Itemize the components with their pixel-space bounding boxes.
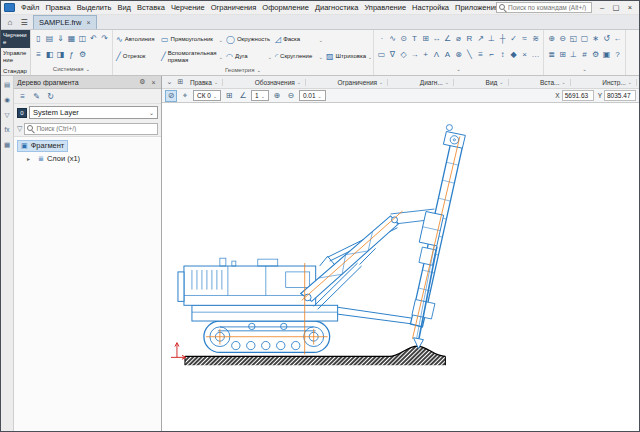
arc-tool[interactable]: ◠Дуга⌄ [225, 48, 273, 65]
tree-node-1[interactable]: ▸≣Слои (х1) [14, 152, 161, 165]
grid-icon[interactable]: ⊞ [557, 47, 568, 62]
point-icon[interactable]: ∙ [376, 31, 387, 46]
axis-icon[interactable]: + [420, 47, 431, 62]
canvas-tab-1[interactable]: Обозначения⌄ [251, 79, 306, 86]
redo-icon[interactable]: ↷ [99, 31, 110, 46]
fillet-tool[interactable]: ◜Скругление⌄ [274, 48, 324, 65]
auxiliary-line-tool[interactable]: ╱Вспомогательная прямая⌄ [160, 48, 224, 65]
menu-item-9[interactable]: Управление [361, 3, 409, 12]
tolerance-frame-icon[interactable]: ▭ [376, 47, 387, 62]
home-icon[interactable]: ⌂ [3, 16, 17, 29]
menu-item-11[interactable]: Приложения [452, 3, 496, 12]
canvas-tab-0[interactable]: Правка⌄ [186, 79, 223, 86]
menu-item-7[interactable]: Оформление [259, 3, 312, 12]
print-icon[interactable]: ▦ [66, 31, 77, 46]
save-icon[interactable]: ⇓ [55, 31, 66, 46]
preview-icon[interactable]: ◫ [77, 31, 88, 46]
menu-item-2[interactable]: Выделить [74, 3, 115, 12]
canvas-tab-5[interactable]: Вста...⌄ [536, 79, 571, 86]
app-logo-icon[interactable] [4, 3, 15, 12]
leader-icon[interactable]: ↗ [475, 31, 486, 46]
fit-icon[interactable]: ▣ [601, 47, 612, 62]
maximize-button[interactable]: ▢ [609, 2, 623, 14]
datum-icon[interactable]: ⊥ [486, 31, 497, 46]
canvas-tab-2[interactable]: Ограничения⌄ [333, 79, 388, 86]
ribbon-group-geometry-label[interactable]: Геометрия ⌄ [115, 65, 371, 75]
document-tab[interactable]: SAMPLE.frw × [33, 15, 97, 29]
zoom-out-icon[interactable]: ⊖ [285, 90, 297, 102]
ellipse-icon[interactable]: ⊙ [398, 31, 409, 46]
section-view-icon[interactable]: A [442, 47, 453, 62]
undo-icon[interactable]: ↶ [88, 31, 99, 46]
rectangle-tool[interactable]: ▭Прямоугольник⌄ [160, 31, 224, 48]
circle-tool[interactable]: ◯Окружность⌄ [225, 31, 273, 48]
settings-icon[interactable]: ⚙ [77, 47, 88, 62]
canvas-tab-3[interactable]: Диагн...⌄ [416, 79, 454, 86]
roughness-icon[interactable]: ✓ [508, 31, 519, 46]
help-icon[interactable]: ? [612, 47, 623, 62]
table-icon[interactable]: ⊞ [420, 31, 431, 46]
panel-settings-icon[interactable]: ⚙ [138, 78, 147, 86]
menu-item-3[interactable]: Вид [114, 3, 134, 12]
polygon-icon[interactable]: ◆ [508, 47, 519, 62]
scale-select[interactable]: 1 ⌄ [251, 90, 269, 101]
grid-icon[interactable]: ⊞ [175, 78, 186, 86]
arrow-icon[interactable]: → [409, 47, 420, 62]
previous-view-icon[interactable]: ← [612, 31, 623, 46]
tree-search[interactable] [24, 123, 158, 135]
pan-icon[interactable]: ∗ [590, 31, 601, 46]
snap-mode-icon[interactable]: ⌖ [179, 90, 191, 102]
ribbon-tab-1[interactable]: Управление [1, 48, 30, 66]
more-icon[interactable]: … [530, 47, 541, 62]
menu-item-8[interactable]: Диагностика [312, 3, 361, 12]
menu-item-0[interactable]: Файл [18, 3, 42, 12]
snap-step-select[interactable]: 0.01 ⌄ [299, 90, 326, 101]
drawing-area[interactable] [162, 103, 639, 431]
angular-dimension-icon[interactable]: ∠ [442, 31, 453, 46]
tree-search-input[interactable] [36, 125, 155, 132]
angle-snap-icon[interactable]: ∠ [237, 90, 249, 102]
menu-item-5[interactable]: Черчение [168, 3, 208, 12]
ruler-icon[interactable]: # [579, 47, 590, 62]
caret-down-icon[interactable]: ⌄ [164, 78, 175, 86]
menu-item-4[interactable]: Вставка [134, 3, 168, 12]
canvas-tab-6[interactable]: Инстр...⌄ [598, 79, 637, 86]
close-button[interactable]: × [623, 2, 637, 14]
ribbon-tab-0[interactable]: Черчение [1, 30, 30, 48]
zoom-in-icon[interactable]: ⊕ [546, 31, 557, 46]
ortho-view-icon[interactable]: ⊥ [568, 47, 579, 62]
filter-icon[interactable]: ▽ [17, 125, 22, 133]
zoom-area-icon[interactable]: ▢ [579, 31, 590, 46]
layers-icon[interactable]: ≣ [546, 47, 557, 62]
fx-icon[interactable]: fx [2, 124, 13, 135]
zoom-panel-icon[interactable]: ◉ [2, 94, 13, 105]
ribbon-tab-2[interactable]: Стандартные изделия [1, 66, 30, 76]
marker-icon[interactable]: ◇ [398, 47, 409, 62]
height-dimension-icon[interactable]: ↕ [497, 47, 508, 62]
caret-right-icon[interactable]: ▸ [27, 155, 34, 162]
menu-item-6[interactable]: Ограничения [208, 3, 260, 12]
break-line-icon[interactable]: ≈ [519, 31, 530, 46]
menu-item-10[interactable]: Настройка [409, 3, 452, 12]
projection-icon[interactable]: ⌐ [486, 47, 497, 62]
spline-icon[interactable]: ∿ [387, 31, 398, 46]
surface-finish-icon[interactable]: ∇ [387, 47, 398, 62]
command-search[interactable] [496, 2, 592, 13]
segment-tool[interactable]: ╱Отрезок [115, 48, 159, 65]
grid-toggle-icon[interactable]: ⊞ [223, 90, 235, 102]
zoom-in-icon[interactable]: ⊕ [271, 90, 283, 102]
weld-icon[interactable]: Λ [431, 47, 442, 62]
new-document-icon[interactable]: ▯ [33, 31, 44, 46]
canvas-tab-4[interactable]: Вид⌄ [482, 79, 509, 86]
copy-icon[interactable]: ◧ [44, 47, 55, 62]
linear-dimension-icon[interactable]: ↔ [431, 31, 442, 46]
hatch-tool[interactable]: ▨Штриховка⌄ [325, 48, 371, 65]
tab-close-icon[interactable]: × [87, 19, 91, 26]
centerline-icon[interactable]: ┼ [497, 31, 508, 46]
rotate-view-icon[interactable]: ↺ [601, 31, 612, 46]
node-icon[interactable]: ⊗ [453, 47, 464, 62]
command-search-input[interactable] [508, 4, 589, 11]
style-mode-icon[interactable]: ⊘ [165, 90, 177, 102]
variables-icon[interactable]: ƒ [66, 47, 77, 62]
radius-dimension-icon[interactable]: R [464, 31, 475, 46]
